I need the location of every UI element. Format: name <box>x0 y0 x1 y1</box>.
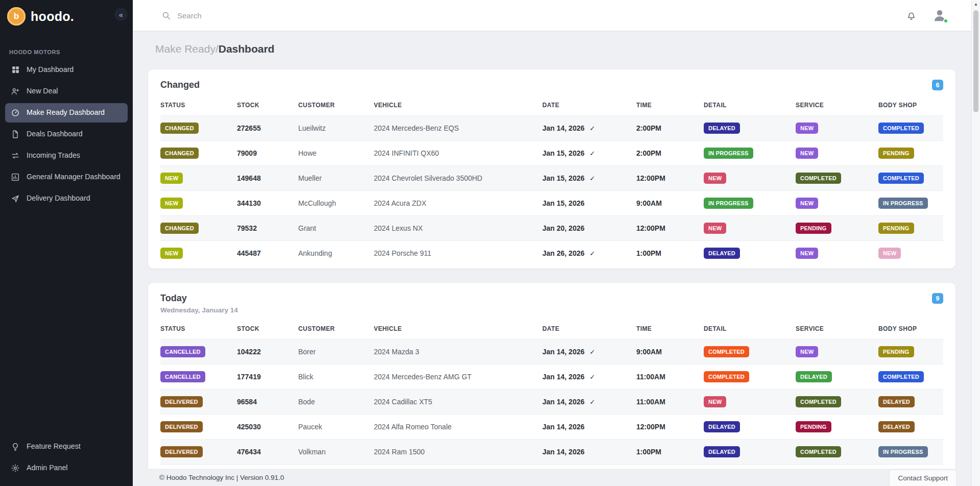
customer-cell: Mueller <box>298 166 374 191</box>
table-row[interactable]: DELIVERED96584Bode2024 Cadillac XT5Jan 1… <box>160 390 943 415</box>
table-header-row: STATUSSTOCKCUSTOMERVEHICLEDATETIMEDETAIL… <box>160 320 943 339</box>
check-icon: ✓ <box>589 373 595 381</box>
sidebar-item-admin-panel[interactable]: Admin Panel <box>5 458 128 478</box>
service-badge: NEW <box>796 148 818 159</box>
vehicle-cell: 2024 Mercedes-Benz EQS <box>374 116 542 141</box>
column-header-vehicle: VEHICLE <box>374 320 542 339</box>
vehicle-cell: 2024 Chevrolet Silverado 3500HD <box>374 166 542 191</box>
date-cell: Jan 15, 2026 <box>542 191 636 216</box>
table-row[interactable]: CANCELLED104222Borer2024 Mazda 3Jan 14, … <box>160 339 943 364</box>
check-icon: ✓ <box>589 150 595 157</box>
status-cell: CANCELLED <box>160 339 237 364</box>
scroll-up-arrow-icon[interactable]: ▲ <box>972 0 980 8</box>
body-shop-cell: DELAYED <box>878 415 943 440</box>
breadcrumb-current: Dashboard <box>219 43 275 55</box>
date-cell: Jan 14, 2026 ✓ <box>542 364 636 390</box>
time-cell: 12:00PM <box>636 166 704 191</box>
grid-icon <box>10 65 20 74</box>
chart-icon <box>10 173 20 182</box>
time-cell: 1:00PM <box>636 241 704 266</box>
service-cell: DELAYED <box>796 364 878 390</box>
table-row[interactable]: NEW344130McCullough2024 Acura ZDXJan 15,… <box>160 191 943 216</box>
date-cell: Jan 14, 2026 ✓ <box>542 390 636 415</box>
sidebar-item-delivery-dashboard[interactable]: Delivery Dashboard <box>5 189 128 208</box>
status-cell: NEW <box>160 166 237 191</box>
scrollbar[interactable]: ▲ <box>971 0 980 486</box>
table-row[interactable]: CHANGED79009Howe2024 INFINITI QX60Jan 15… <box>160 141 943 166</box>
sidebar-item-label: General Manager Dashboard <box>27 173 121 182</box>
sidebar-item-my-dashboard[interactable]: My Dashboard <box>5 60 128 80</box>
customer-cell: Lueilwitz <box>298 116 374 141</box>
stock-cell: 149648 <box>237 166 298 191</box>
service-cell: NEW <box>796 339 878 364</box>
detail-badge: NEW <box>704 396 726 407</box>
vehicle-cell: 2024 Lexus NX <box>374 216 542 241</box>
sidebar-nav: My DashboardNew DealMake Ready Dashboard… <box>0 59 133 209</box>
scrollbar-thumb[interactable] <box>973 10 978 112</box>
vehicle-cell: 2024 Mercedes-Benz AMG GT <box>374 364 542 390</box>
sidebar-item-feature-request[interactable]: Feature Request <box>5 437 128 456</box>
sidebar-item-label: Incoming Trades <box>27 151 80 160</box>
service-badge: PENDING <box>796 421 831 432</box>
sidebar-collapse-button[interactable]: « <box>114 8 128 21</box>
table-header-row: STATUSSTOCKCUSTOMERVEHICLEDATETIMEDETAIL… <box>160 96 943 116</box>
body-shop-cell: COMPLETED <box>878 116 943 141</box>
today-card-header: Today Wednesday, January 14 9 <box>160 293 943 314</box>
breadcrumb-parent[interactable]: Make Ready/ <box>155 43 219 55</box>
changed-card-header: Changed 6 <box>160 80 943 90</box>
hoodo-logo[interactable]: b hoodo. <box>7 7 74 26</box>
detail-badge: COMPLETED <box>704 371 749 382</box>
notifications-bell-icon[interactable] <box>906 10 917 21</box>
detail-cell: DELAYED <box>704 241 796 266</box>
sidebar-item-new-deal[interactable]: New Deal <box>5 82 128 101</box>
sidebar-item-label: Delivery Dashboard <box>27 194 90 203</box>
check-icon: ✓ <box>589 250 595 257</box>
sidebar-item-deals-dashboard[interactable]: Deals Dashboard <box>5 125 128 144</box>
status-badge: DELIVERED <box>160 421 203 432</box>
search-icon[interactable] <box>161 11 171 20</box>
table-row[interactable]: CHANGED272655Lueilwitz2024 Mercedes-Benz… <box>160 116 943 141</box>
online-status-dot <box>943 18 948 23</box>
changed-card-title: Changed <box>160 80 200 90</box>
page-footer: © Hoodo Technology Inc | Version 0.91.0 … <box>133 469 971 486</box>
sidebar-item-general-manager-dashboard[interactable]: General Manager Dashboard <box>5 167 128 187</box>
body-shop-badge: IN PROGRESS <box>878 198 928 209</box>
sidebar-item-incoming-trades[interactable]: Incoming Trades <box>5 146 128 165</box>
table-row[interactable]: NEW445487Ankunding2024 Porsche 911Jan 26… <box>160 241 943 266</box>
time-cell: 1:00PM <box>636 440 704 465</box>
time-cell: 12:00PM <box>636 415 704 440</box>
service-badge: COMPLETED <box>796 173 841 184</box>
logo-letter: b <box>14 11 19 21</box>
table-row[interactable]: NEW149648Mueller2024 Chevrolet Silverado… <box>160 166 943 191</box>
detail-badge: NEW <box>704 223 726 234</box>
status-badge: NEW <box>160 198 183 209</box>
table-row[interactable]: DELIVERED425030Paucek2024 Alfa Romeo Ton… <box>160 415 943 440</box>
vehicle-cell: 2024 Cadillac XT5 <box>374 390 542 415</box>
table-row[interactable]: DELIVERED476434Volkman2024 Ram 1500Jan 1… <box>160 440 943 465</box>
body-shop-cell: IN PROGRESS <box>878 191 943 216</box>
column-header-body-shop: BODY SHOP <box>878 96 943 116</box>
check-icon: ✓ <box>589 125 595 132</box>
column-header-service: SERVICE <box>796 320 878 339</box>
sidebar-item-label: Make Ready Dashboard <box>27 108 105 117</box>
app-window: b hoodo. « HOODO MOTORS My DashboardNew … <box>0 0 980 486</box>
column-header-customer: CUSTOMER <box>298 320 374 339</box>
table-row[interactable]: CANCELLED177419Blick2024 Mercedes-Benz A… <box>160 364 943 390</box>
user-avatar[interactable] <box>932 8 947 23</box>
service-badge: NEW <box>796 346 818 357</box>
body-shop-badge: DELAYED <box>878 396 915 407</box>
detail-badge: DELAYED <box>704 446 740 457</box>
body-shop-badge: COMPLETED <box>878 371 924 382</box>
table-row[interactable]: CHANGED79532Grant2024 Lexus NXJan 20, 20… <box>160 216 943 241</box>
customer-cell: Blick <box>298 364 374 390</box>
service-cell: COMPLETED <box>796 390 878 415</box>
customer-cell: Ankunding <box>298 241 374 266</box>
date-cell: Jan 14, 2026 ✓ <box>542 339 636 364</box>
contact-support-button[interactable]: Contact Support <box>890 470 956 486</box>
search-input[interactable] <box>177 11 392 20</box>
column-header-body-shop: BODY SHOP <box>878 320 943 339</box>
service-badge: NEW <box>796 198 818 209</box>
stock-cell: 445487 <box>237 241 298 266</box>
sidebar-item-make-ready-dashboard[interactable]: Make Ready Dashboard <box>5 103 128 123</box>
body-shop-badge: PENDING <box>878 346 914 357</box>
